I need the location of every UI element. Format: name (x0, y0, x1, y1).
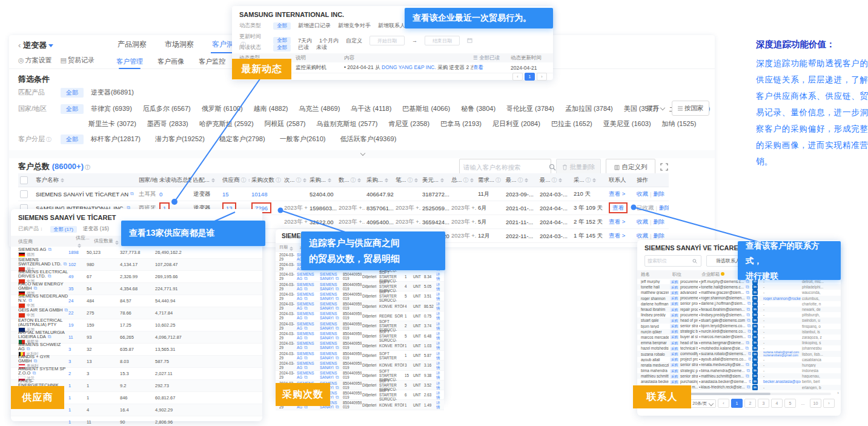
copy-icon[interactable]: ⧉ (34, 358, 38, 363)
importer-link[interactable]: SIEMENS SANAYI⧉ (319, 351, 342, 360)
copy-icon[interactable]: ⧉ (336, 355, 339, 360)
linkedin-icon[interactable]: in (752, 362, 758, 368)
favorite-link[interactable]: 已收藏 (637, 204, 654, 212)
importer-link[interactable]: SIEMENS SANAYI⧉ (319, 371, 342, 379)
collapse-strip[interactable] (9, 150, 715, 158)
next-page-button[interactable]: › (823, 399, 835, 408)
supply-count-link[interactable]: 1 (68, 395, 87, 401)
date-start-input[interactable]: 开始日期 (369, 36, 405, 45)
delete-link[interactable]: 删除 (653, 218, 664, 226)
page-button-4[interactable]: 4 (771, 399, 783, 408)
page-button-5[interactable]: 5 (784, 399, 796, 408)
filter-option[interactable]: 新增联系人 (378, 22, 405, 30)
by-country-button[interactable]: 按国家 (672, 101, 709, 116)
exporter-link[interactable]: SIEMENS AG⧉ (296, 371, 319, 379)
country-item[interactable]: 巴基斯坦 (4066) (402, 104, 450, 113)
unread-cell[interactable]: 0 (157, 187, 191, 201)
linkedin-icon[interactable]: in (752, 368, 758, 373)
detail-link[interactable]: 详情 (436, 341, 444, 350)
copy-icon[interactable]: ⧉ (746, 307, 750, 312)
detail-link[interactable]: 详情 (436, 391, 444, 399)
delete-link[interactable]: 删除 (659, 204, 669, 212)
filter-option[interactable]: 未读 (316, 44, 327, 52)
tier-all-chip[interactable]: 全部 (61, 135, 84, 144)
page-button-10[interactable]: 10 (810, 399, 821, 408)
tab-产品洞察[interactable]: 产品洞察 (116, 39, 148, 50)
highlight-box[interactable]: 查看 (609, 202, 628, 213)
copy-icon[interactable]: ⧉ (130, 191, 134, 197)
copy-icon[interactable]: ⧉ (747, 324, 750, 329)
copy-icon[interactable]: ⧉ (746, 362, 749, 368)
product-all-chip[interactable]: 全部 (61, 88, 84, 98)
page-1-button[interactable]: 1 (525, 73, 535, 81)
detail-link[interactable]: 详情 (436, 292, 444, 301)
fullscreen-icon[interactable] (660, 162, 668, 173)
copy-icon[interactable]: ⧉ (746, 373, 749, 379)
column-header[interactable]: 最...ⓘ (538, 173, 572, 187)
exporter-link[interactable]: SIEMENS AG⧉ (296, 341, 319, 350)
country-item[interactable]: 乌兹别克斯坦 (2577) (316, 119, 377, 128)
detail-link[interactable]: 详情 (436, 322, 444, 330)
copy-icon[interactable]: ⧉ (336, 315, 339, 320)
importer-link[interactable]: SIEMENS SANAYI⧉ (319, 311, 342, 320)
copy-icon[interactable]: ⧉ (64, 261, 67, 266)
column-header[interactable]: 采购... (308, 173, 337, 187)
copy-icon[interactable]: ⧉ (336, 374, 339, 379)
country-item[interactable]: 肯尼亚 (2358) (388, 119, 429, 128)
copy-icon[interactable]: ⧉ (746, 284, 749, 290)
detail-link[interactable]: 详情 (436, 272, 444, 281)
importer-link[interactable]: SIEMENS SANAYI⧉ (319, 331, 342, 340)
copy-icon[interactable]: ⧉ (336, 296, 339, 301)
company-link[interactable]: DONG YANG E&P INC. (382, 64, 436, 70)
exporter-link[interactable]: SIEMENS AG⧉ (296, 351, 319, 360)
country-item[interactable]: 巴拉圭 (1652) (551, 119, 592, 128)
mark-all-read[interactable]: ☰ 全部已读 (473, 55, 511, 62)
country-item[interactable]: 斯里兰卡 (3072) (88, 119, 136, 128)
country-item[interactable]: 巴拿马 (2193) (440, 119, 482, 128)
detail-link[interactable]: 详情 (436, 361, 444, 370)
column-header[interactable]: 总...ⓘ (449, 173, 476, 187)
detail-link[interactable]: 详情 (436, 302, 444, 310)
prev-page-button[interactable]: ‹ (718, 399, 729, 408)
delete-link[interactable]: 删除 (653, 190, 664, 198)
supply-count-link[interactable]: 24 (68, 298, 87, 304)
contact-cell[interactable]: 查看 > (607, 229, 635, 242)
country-item[interactable]: 尼日利亚 (2084) (492, 119, 540, 128)
copy-icon[interactable]: ⧉ (304, 276, 308, 281)
linkedin-icon[interactable]: in (752, 345, 758, 351)
purchases-cell[interactable]: 10148 (250, 187, 282, 201)
expand-toggle[interactable]: 展开 (646, 104, 664, 113)
country-item[interactable]: 越南 (4882) (254, 104, 288, 113)
supply-count-link[interactable]: 102 (68, 262, 87, 267)
contact-cell[interactable]: 查看 > (607, 215, 635, 228)
favorite-link[interactable]: 收藏 (637, 190, 648, 198)
exporter-link[interactable]: SIEMENS AG⧉ (296, 302, 319, 310)
copy-icon[interactable]: ⧉ (746, 312, 750, 318)
supply-count-link[interactable]: 1898 (68, 250, 87, 255)
supply-count-link[interactable]: 3 (68, 359, 87, 364)
supply-count-link[interactable]: 1 (68, 383, 87, 388)
column-header[interactable]: 数...ⓘ (337, 173, 365, 187)
search-icon[interactable] (549, 164, 556, 171)
column-header[interactable]: 美元... (420, 173, 449, 187)
prev-page-button[interactable]: ‹ (512, 73, 523, 81)
tier-item[interactable]: 稳定客户(2798) (219, 135, 265, 144)
column-header[interactable]: 次...ⓘ (282, 173, 308, 187)
linkedin-icon[interactable]: in (752, 312, 758, 318)
copy-icon[interactable]: ⧉ (48, 334, 51, 339)
detail-link[interactable]: 详情 (436, 381, 444, 390)
copy-icon[interactable]: ⧉ (304, 335, 308, 340)
linkedin-icon[interactable]: in (752, 334, 758, 340)
country-item[interactable]: 亚美尼亚 (1603) (603, 119, 651, 128)
copy-icon[interactable]: ⧉ (304, 374, 308, 379)
search-icon[interactable] (692, 259, 697, 264)
country-item[interactable]: 厄瓜多尔 (6567) (143, 104, 191, 113)
trade-records-button[interactable]: ▤贸易记录 (61, 56, 94, 65)
scroll-right-icon[interactable]: › (837, 390, 839, 396)
importer-link[interactable]: SIEMENS SANAYI⧉ (319, 292, 342, 301)
suppliers-all-chip[interactable]: 全部 (17) (50, 226, 77, 233)
linkedin-icon[interactable]: in (752, 351, 758, 357)
supply-count-link[interactable]: 2 (68, 371, 87, 376)
subtab-客户画像[interactable]: 客户画像 (157, 57, 184, 66)
column-header[interactable]: 采购次数ⓘ (250, 173, 282, 187)
